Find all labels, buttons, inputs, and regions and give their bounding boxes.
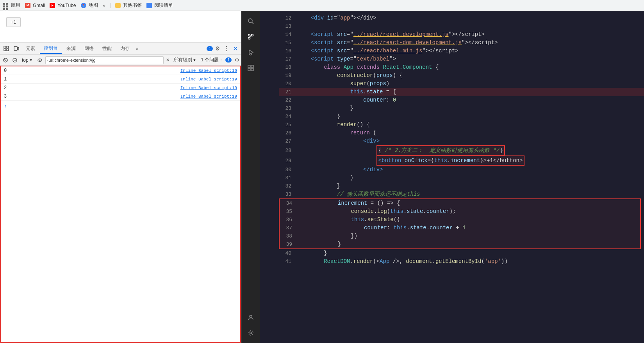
- stop-recording-button[interactable]: [11, 56, 19, 64]
- maps-label: 地图: [89, 2, 98, 9]
- youtube-icon: [50, 3, 55, 8]
- code-line-30: 30 </div>: [279, 166, 644, 174]
- page-content: +1: [0, 11, 241, 42]
- console-source-1[interactable]: Inline Babel script:19: [180, 77, 237, 82]
- account-icon[interactable]: [244, 310, 258, 324]
- gmail-icon: M: [25, 3, 30, 8]
- svg-rect-26: [251, 68, 253, 71]
- console-value-2: 2: [4, 85, 12, 91]
- code-line-22: 22 counter: 0: [279, 96, 644, 104]
- apps-icon: [3, 3, 9, 8]
- settings-sidebar-icon[interactable]: [244, 326, 258, 340]
- svg-rect-5: [14, 46, 17, 50]
- svg-point-15: [248, 34, 250, 36]
- code-line-18: 18 class App extends React.Component {: [279, 63, 644, 71]
- apps-tab[interactable]: 应用: [3, 2, 20, 9]
- tab-performance[interactable]: 性能: [98, 44, 116, 54]
- console-source-2[interactable]: Inline Babel script:19: [180, 86, 237, 90]
- close-devtools-icon[interactable]: ✕: [231, 45, 239, 52]
- issues-badge-2: 1: [225, 57, 232, 63]
- code-line-26: 26 return (: [279, 129, 644, 137]
- device-icon-button[interactable]: [12, 44, 21, 53]
- clear-console-button[interactable]: [2, 56, 9, 64]
- inspect-icon-button[interactable]: [2, 44, 11, 53]
- code-line-34: 34 increment = () => {: [280, 199, 640, 207]
- source-control-icon[interactable]: [244, 30, 258, 44]
- code-line-20: 20 super(props): [279, 80, 644, 88]
- console-value-0: 0: [4, 68, 12, 73]
- gmail-tab[interactable]: M Gmail: [25, 3, 45, 8]
- run-debug-icon[interactable]: [244, 45, 258, 59]
- more-tabs[interactable]: »: [103, 2, 105, 8]
- tab-network[interactable]: 网络: [80, 44, 98, 54]
- context-label: top: [22, 57, 29, 63]
- eye-icon-button[interactable]: [36, 56, 44, 64]
- apps-label: 应用: [11, 2, 20, 9]
- code-line-17: 17 <script type="text/babel">: [279, 55, 644, 63]
- code-line-32: 32 }: [279, 182, 644, 190]
- svg-line-14: [252, 22, 253, 24]
- level-dropdown[interactable]: 所有级别 ▼: [172, 56, 198, 64]
- console-filter-bar: top ▼ ✕ 所有级别 ▼ 1 个问题： 1 ⚙: [0, 55, 241, 66]
- code-line-39: 39 }: [280, 240, 640, 248]
- svg-point-13: [248, 19, 252, 23]
- console-prompt: ›: [1, 101, 240, 112]
- search-sidebar-icon[interactable]: [244, 14, 258, 28]
- context-dropdown-arrow: ▼: [29, 58, 33, 62]
- other-bookmarks[interactable]: 其他书签: [115, 2, 142, 9]
- console-source-0[interactable]: Inline Babel script:19: [180, 68, 237, 73]
- code-area: 12 <div id="app"></div> 13 14 <script sr…: [279, 11, 644, 343]
- svg-point-12: [39, 59, 40, 61]
- context-dropdown[interactable]: top ▼: [20, 57, 34, 64]
- youtube-tab[interactable]: YouTube: [50, 3, 76, 8]
- svg-rect-23: [248, 65, 250, 68]
- code-line-37: 37 counter: this.state.counter + 1: [280, 224, 640, 232]
- level-arrow: ▼: [193, 58, 196, 62]
- code-line-41: 41 ReactDOM.render(<App />, document.get…: [279, 257, 644, 266]
- issues-badge: 1: [207, 46, 213, 51]
- tab-sources[interactable]: 来源: [62, 44, 80, 54]
- svg-point-22: [250, 54, 252, 55]
- gmail-label: Gmail: [33, 3, 45, 8]
- tab-memory[interactable]: 内存: [116, 44, 134, 54]
- level-label: 所有级别: [173, 57, 192, 63]
- svg-rect-4: [7, 49, 9, 51]
- tab-console[interactable]: 控制台: [40, 43, 62, 54]
- reading-list[interactable]: 阅读清单: [146, 2, 173, 9]
- filter-clear-icon[interactable]: ✕: [165, 57, 170, 63]
- svg-rect-2: [7, 46, 9, 48]
- reading-list-icon: [146, 3, 152, 8]
- svg-rect-6: [18, 47, 19, 50]
- svg-rect-24: [251, 65, 253, 68]
- code-line-40: 40 }: [279, 249, 644, 257]
- divider: [110, 3, 111, 8]
- code-line-38: 38 }): [280, 232, 640, 240]
- extensions-icon[interactable]: [244, 61, 258, 75]
- filter-input[interactable]: [45, 56, 164, 64]
- editor-sidebar: [241, 11, 260, 343]
- code-line-33: 33 // 箭头函数里面永远不绑定this: [279, 190, 644, 198]
- folder-icon: [115, 3, 121, 8]
- code-line-12: 12 <div id="app"></div>: [279, 14, 644, 22]
- plus-one-button[interactable]: +1: [6, 17, 21, 27]
- more-devtools-tabs[interactable]: »: [134, 45, 140, 52]
- console-settings-icon[interactable]: ⚙: [235, 57, 239, 63]
- prompt-icon: ›: [4, 103, 7, 109]
- console-output: 0 Inline Babel script:19 1 Inline Babel …: [0, 66, 241, 343]
- code-line-36: 36 this.setState({: [280, 216, 640, 224]
- maps-tab[interactable]: 📍 地图: [81, 2, 98, 9]
- main-area: +1 元素 控制台 来源 网络 性能: [0, 11, 644, 343]
- code-line-27: 27 <div>: [279, 137, 644, 145]
- console-row-1: 1 Inline Babel script:19: [1, 75, 240, 84]
- svg-point-28: [250, 332, 252, 334]
- more-options-icon[interactable]: ⋮: [223, 45, 230, 52]
- code-line-14: 14 <script src="../react/react.developme…: [279, 30, 644, 39]
- tab-elements[interactable]: 元素: [22, 44, 39, 54]
- console-source-3[interactable]: Inline Babel script:19: [180, 94, 237, 99]
- svg-line-8: [4, 59, 7, 61]
- code-line-23: 23 }: [279, 104, 644, 113]
- code-line-21: 21 this.state = {: [279, 88, 644, 96]
- code-panel: 12 <div id="app"></div> 13 14 <script sr…: [241, 11, 644, 343]
- settings-icon[interactable]: ⚙: [214, 45, 222, 52]
- code-line-19: 19 constructor(props) {: [279, 71, 644, 80]
